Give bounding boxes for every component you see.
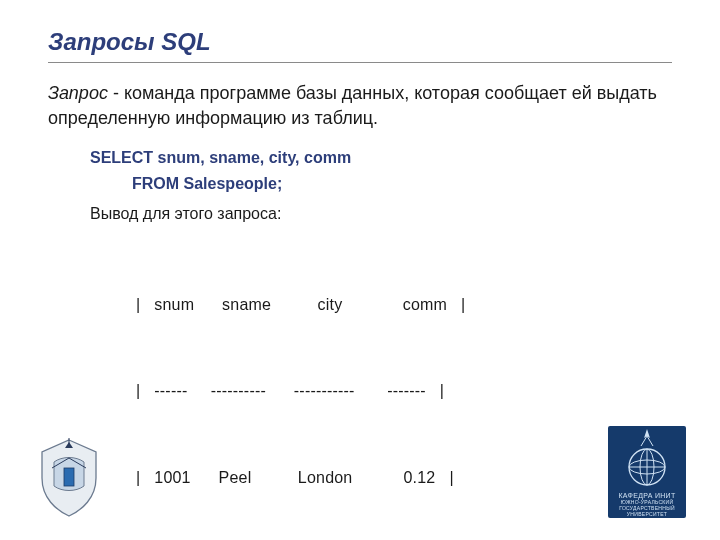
department-logo: КАФЕДРА ИНИТ ЮЖНО-УРАЛЬСКИЙ ГОСУДАРСТВЕН… — [608, 426, 686, 518]
title-divider — [48, 62, 672, 63]
lead-paragraph: Запрос - команда программе базы данных, … — [48, 81, 672, 131]
globe-icon — [626, 446, 668, 488]
output-table: | snum sname city comm | | ------ ------… — [136, 233, 672, 540]
dept-name: КАФЕДРА ИНИТ — [612, 492, 682, 499]
output-label: Вывод для этого запроса: — [90, 205, 672, 223]
university-name: ЮЖНО-УРАЛЬСКИЙ ГОСУДАРСТВЕННЫЙ УНИВЕРСИТ… — [612, 499, 682, 517]
table-header: | snum sname city comm | — [136, 291, 672, 320]
table-row: | 1001 Peel London 0.12 | — [136, 464, 672, 493]
table-separator: | ------ ---------- ----------- ------- … — [136, 377, 672, 406]
sql-line-1: SELECT snum, sname, city, comm — [90, 149, 672, 167]
slide-title: Запросы SQL — [48, 28, 672, 56]
sql-line-2: FROM Salespeople; — [132, 175, 672, 193]
shield-icon — [34, 438, 104, 518]
compass-icon — [637, 428, 657, 448]
lead-rest: - команда программе базы данных, которая… — [48, 83, 657, 128]
svg-rect-1 — [64, 468, 74, 486]
university-shield-logo — [34, 438, 104, 518]
lead-term: Запрос — [48, 83, 108, 103]
